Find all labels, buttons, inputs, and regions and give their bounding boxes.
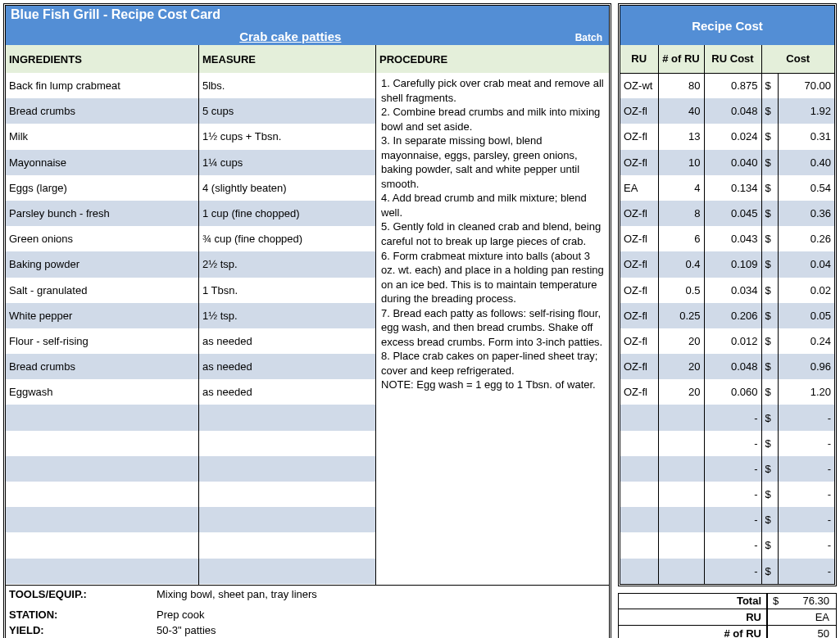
cost-row: OZ-fl60.043$0.26 bbox=[620, 226, 834, 251]
ingredient-cell: White pepper bbox=[6, 303, 198, 328]
nru-cell: 13 bbox=[658, 124, 704, 149]
cost-sym-cell: $ bbox=[761, 559, 778, 584]
cost-row: OZ-fl200.060$1.20 bbox=[620, 379, 834, 405]
nru-cell bbox=[658, 532, 704, 558]
ingredient-cell bbox=[6, 431, 198, 456]
cost-row: OZ-fl80.045$0.36 bbox=[620, 201, 834, 226]
cost-row: OZ-fl0.40.109$0.04 bbox=[620, 251, 834, 277]
measure-cell: as needed bbox=[199, 354, 375, 379]
nru-cell: 4 bbox=[658, 175, 704, 201]
ru-cell: OZ-fl bbox=[620, 354, 658, 379]
ru-cell: OZ-fl bbox=[620, 124, 658, 149]
summary-ru-label: RU bbox=[619, 609, 767, 625]
nru-cell: 0.4 bbox=[658, 251, 704, 277]
cost-val-cell: 0.31 bbox=[778, 124, 834, 149]
cost-row: -$- bbox=[620, 431, 834, 456]
cost-row: -$- bbox=[620, 532, 834, 558]
summary-nru-val: 50 bbox=[768, 627, 836, 638]
cost-row: -$- bbox=[620, 482, 834, 507]
ru-cell bbox=[620, 559, 658, 584]
recipe-cost-title: Recipe Cost bbox=[620, 6, 834, 45]
cost-val-cell: 0.26 bbox=[778, 226, 834, 251]
cost-val-cell: - bbox=[778, 405, 834, 430]
measure-cell bbox=[199, 456, 375, 482]
recipe-card-panel: Blue Fish Grill - Recipe Cost Card Crab … bbox=[3, 3, 611, 638]
measure-cell: 5 cups bbox=[199, 98, 375, 124]
tools-label: TOOLS/EQUIP.: bbox=[9, 587, 157, 603]
rucost-cell: - bbox=[704, 431, 761, 456]
nru-cell: 6 bbox=[658, 226, 704, 251]
ru-cell bbox=[620, 482, 658, 507]
col-head-nru: # of RU bbox=[658, 45, 704, 73]
ingredient-cell: Eggs (large) bbox=[6, 175, 198, 201]
nru-cell bbox=[658, 405, 704, 430]
cost-sym-cell: $ bbox=[761, 278, 778, 303]
cost-val-cell: - bbox=[778, 482, 834, 507]
cost-val-cell: - bbox=[778, 532, 834, 558]
cost-row: OZ-fl400.048$1.92 bbox=[620, 98, 834, 124]
cost-sym-cell: $ bbox=[761, 98, 778, 124]
col-head-measure: MEASURE bbox=[199, 45, 375, 73]
cost-sym-cell: $ bbox=[761, 124, 778, 149]
nru-cell: 8 bbox=[658, 201, 704, 226]
rucost-cell: 0.040 bbox=[704, 150, 761, 175]
ru-cell: OZ-fl bbox=[620, 278, 658, 303]
measure-cell: 1½ cups + Tbsn. bbox=[199, 124, 375, 149]
rucost-cell: 0.043 bbox=[704, 226, 761, 251]
left-header: Blue Fish Grill - Recipe Cost Card Crab … bbox=[6, 6, 609, 45]
measure-cell: 4 (slightly beaten) bbox=[199, 175, 375, 201]
cost-sym-cell: $ bbox=[761, 431, 778, 456]
ingredients-grid: INGREDIENTS Back fin lump crabmeatBread … bbox=[6, 45, 609, 585]
cost-sym-cell: $ bbox=[761, 73, 778, 98]
cost-row: -$- bbox=[620, 456, 834, 482]
ru-cell: OZ-fl bbox=[620, 150, 658, 175]
cost-panel: Recipe Cost RU # of RU RU Cost Cost OZ-w… bbox=[618, 3, 837, 586]
cost-sym-cell: $ bbox=[761, 532, 778, 558]
ru-cell: OZ-fl bbox=[620, 379, 658, 405]
station-value: Prep cook bbox=[157, 608, 205, 623]
rucost-cell: - bbox=[704, 532, 761, 558]
measure-cell bbox=[199, 507, 375, 532]
ingredient-cell: Milk bbox=[6, 124, 198, 149]
nru-cell: 0.5 bbox=[658, 278, 704, 303]
ru-cell bbox=[620, 532, 658, 558]
tools-box: TOOLS/EQUIP.: Mixing bowl, sheet pan, tr… bbox=[6, 585, 609, 638]
cost-val-cell: 1.20 bbox=[778, 379, 834, 405]
cost-val-cell: - bbox=[778, 507, 834, 532]
summary-total-label: Total bbox=[619, 594, 767, 609]
rucost-cell: 0.048 bbox=[704, 354, 761, 379]
rucost-cell: 0.034 bbox=[704, 278, 761, 303]
col-head-ingredients: INGREDIENTS bbox=[6, 45, 198, 73]
measure-cell: 1 Tbsn. bbox=[199, 278, 375, 303]
cost-row: OZ-fl200.012$0.24 bbox=[620, 328, 834, 354]
summary-ru-val: EA bbox=[768, 611, 836, 623]
ingredient-cell bbox=[6, 559, 198, 584]
rucost-cell: 0.875 bbox=[704, 73, 761, 98]
ingredient-cell: Flour - self-rising bbox=[6, 328, 198, 354]
rucost-cell: 0.060 bbox=[704, 379, 761, 405]
nru-cell bbox=[658, 456, 704, 482]
nru-cell: 0.25 bbox=[658, 303, 704, 328]
rucost-cell: 0.012 bbox=[704, 328, 761, 354]
cost-val-cell: - bbox=[778, 559, 834, 584]
col-head-ru: RU bbox=[620, 45, 658, 73]
ru-cell bbox=[620, 431, 658, 456]
cost-sym-cell: $ bbox=[761, 303, 778, 328]
ru-cell bbox=[620, 507, 658, 532]
nru-cell bbox=[658, 507, 704, 532]
batch-label: Batch bbox=[575, 32, 609, 43]
rucost-cell: - bbox=[704, 507, 761, 532]
rucost-cell: 0.024 bbox=[704, 124, 761, 149]
measure-cell bbox=[199, 559, 375, 584]
measure-cell: 1 cup (fine chopped) bbox=[199, 201, 375, 226]
nru-cell bbox=[658, 559, 704, 584]
measure-cell: 1¼ cups bbox=[199, 150, 375, 175]
col-head-cost: Cost bbox=[761, 45, 834, 73]
ingredient-cell: Back fin lump crabmeat bbox=[6, 73, 198, 98]
cost-sym-cell: $ bbox=[761, 226, 778, 251]
yield-label: YIELD: bbox=[9, 623, 157, 638]
measure-cell bbox=[199, 482, 375, 507]
ingredient-cell: Mayonnaise bbox=[6, 150, 198, 175]
summary-total-sym: $ bbox=[768, 595, 784, 607]
summary-total-val: 76.30 bbox=[784, 595, 836, 607]
